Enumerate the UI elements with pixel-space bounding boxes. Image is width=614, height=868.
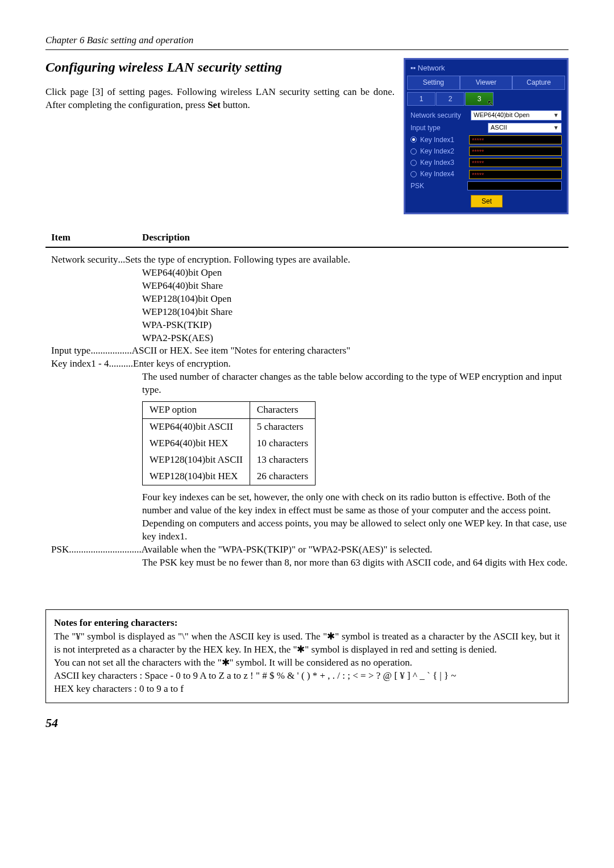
ki-after-block: Four key indexes can be set, however, th… xyxy=(45,491,569,543)
ki-para-text: The used number of character changes as … xyxy=(142,371,569,397)
grid-icon: ▪▪ xyxy=(410,64,418,72)
key-index-1-label: Key Index1 xyxy=(420,135,466,144)
page-number: 54 xyxy=(45,715,569,732)
network-security-select[interactable]: WEP64(40)bit Open ▼ xyxy=(471,110,562,121)
tab-viewer[interactable]: Viewer xyxy=(460,76,513,89)
section-title: Configuring wireless LAN security settin… xyxy=(45,58,395,76)
subtab-3-label: 3 xyxy=(478,95,482,103)
psk-key: PSK xyxy=(51,543,69,556)
wep-r3-c0: WEP128(104)bit HEX xyxy=(143,468,250,485)
set-button[interactable]: Set xyxy=(471,195,503,207)
key-index-4-radio[interactable] xyxy=(410,171,417,177)
row-key-index: Key index1 - 4..........Enter keys of en… xyxy=(45,358,569,371)
notes-p2: You can not set all the characters with … xyxy=(54,657,560,670)
row-psk: PSK..............................Availab… xyxy=(45,543,569,556)
ns-key: Network security xyxy=(51,254,118,267)
ns-types-list: WEP64(40)bit Open WEP64(40)bit Share WEP… xyxy=(45,267,569,345)
intro-paragraph: Click page [3] of setting pages. Followi… xyxy=(45,86,395,112)
item-desc-header: Item Description xyxy=(45,231,569,244)
ns-type-3: WEP128(104)bit Share xyxy=(142,306,569,319)
ki-after-1: Four key indexes can be set, however, th… xyxy=(142,491,569,517)
key-index-3-input[interactable]: ***** xyxy=(469,158,562,167)
psk-label: PSK xyxy=(410,181,464,190)
intro-set-word: Set xyxy=(208,99,221,110)
key-index-3-label: Key Index3 xyxy=(420,158,466,167)
panel-main-tabs: Setting Viewer Capture xyxy=(407,76,565,89)
ns-type-2: WEP128(104)bit Open xyxy=(142,293,569,306)
notes-title: Notes for entering characters: xyxy=(54,617,560,630)
network-security-value: WEP64(40)bit Open xyxy=(474,111,529,119)
wep-r0-c0: WEP64(40)bit ASCII xyxy=(143,419,250,435)
row-input-type: Input type.................ASCII or HEX.… xyxy=(45,344,569,358)
key-index-4-input[interactable]: ***** xyxy=(469,170,562,179)
panel-sub-tabs: 1 2 3 ↖ xyxy=(407,92,565,106)
chapter-header: Chapter 6 Basic setting and operation xyxy=(45,34,569,47)
key-index-4-label: Key Index4 xyxy=(420,169,466,178)
row-network-security: Network security ...Sets the type of enc… xyxy=(45,254,569,267)
key-index-1-radio[interactable] xyxy=(410,136,417,143)
wep-table: WEP option Characters WEP64(40)bit ASCII… xyxy=(142,401,316,485)
table-header-rule xyxy=(45,247,569,248)
ki-paragraph: The used number of character changes as … xyxy=(45,371,569,397)
notes-p1: The "¥" symbol is displayed as "\" when … xyxy=(54,630,560,657)
panel-title-text: Network xyxy=(418,64,445,72)
wep-r2-c1: 13 characters xyxy=(250,452,315,468)
notes-box: Notes for entering characters: The "¥" s… xyxy=(45,609,569,704)
chevron-down-icon: ▼ xyxy=(553,124,559,132)
psk-para-block: The PSK key must be no fewer than 8, nor… xyxy=(45,556,569,570)
key-index-2-label: Key Index2 xyxy=(420,147,466,156)
intro-text-2: button. xyxy=(221,99,250,110)
psk-input[interactable] xyxy=(467,181,562,190)
header-desc: Description xyxy=(142,231,190,244)
it-desc: ASCII or HEX. See item "Notes for enteri… xyxy=(132,344,350,358)
wep-h1: WEP option xyxy=(143,402,250,419)
notes-p3: ASCII key characters : Space - 0 to 9 A … xyxy=(54,670,560,683)
key-index-2-input[interactable]: ***** xyxy=(469,147,562,156)
network-security-label: Network security xyxy=(410,111,467,120)
psk-para-text: The PSK key must be no fewer than 8, nor… xyxy=(142,556,569,570)
ns-type-4: WPA-PSK(TKIP) xyxy=(142,319,569,332)
panel-title: ▪▪ Network xyxy=(407,61,565,75)
cursor-icon: ↖ xyxy=(487,98,494,109)
network-panel: ▪▪ Network Setting Viewer Capture 1 2 3 … xyxy=(404,58,569,214)
psk-desc: Available when the "WPA-PSK(TKIP)" or "W… xyxy=(142,543,433,556)
tab-capture[interactable]: Capture xyxy=(512,76,565,89)
it-key: Input type xyxy=(51,344,90,358)
wep-r0-c1: 5 characters xyxy=(250,419,315,435)
ki-after-2: Depending on computers and access points… xyxy=(142,517,569,543)
ki-desc: Enter keys of encryption. xyxy=(133,358,231,371)
chevron-down-icon: ▼ xyxy=(553,111,559,119)
ns-type-5: WPA2-PSK(AES) xyxy=(142,332,569,345)
ns-type-1: WEP64(40)bit Share xyxy=(142,280,569,293)
input-type-select[interactable]: ASCII ▼ xyxy=(488,123,562,133)
key-index-1-input[interactable]: ***** xyxy=(469,135,562,144)
header-item: Item xyxy=(51,231,142,244)
wep-r2-c0: WEP128(104)bit ASCII xyxy=(143,452,250,468)
ki-dots: .......... xyxy=(109,358,134,371)
wep-r3-c1: 26 characters xyxy=(250,468,315,485)
input-type-value: ASCII xyxy=(491,123,507,132)
subtab-3[interactable]: 3 ↖ xyxy=(465,92,493,106)
input-type-label: Input type xyxy=(410,123,467,132)
wep-r1-c0: WEP64(40)bit HEX xyxy=(143,435,250,452)
ns-desc: Sets the type of encryption. Following t… xyxy=(125,254,350,267)
wep-r1-c1: 10 characters xyxy=(250,435,315,452)
header-rule xyxy=(45,49,569,50)
subtab-2[interactable]: 2 xyxy=(436,92,464,106)
ns-type-0: WEP64(40)bit Open xyxy=(142,267,569,280)
key-index-3-radio[interactable] xyxy=(410,160,417,166)
key-index-2-radio[interactable] xyxy=(410,148,417,155)
subtab-1[interactable]: 1 xyxy=(407,92,435,106)
tab-setting[interactable]: Setting xyxy=(407,76,460,89)
notes-p4: HEX key characters : 0 to 9 a to f xyxy=(54,683,560,696)
psk-dots: .............................. xyxy=(69,543,142,556)
wep-h2: Characters xyxy=(250,402,315,419)
ns-dots: ... xyxy=(118,254,126,267)
ki-key: Key index1 - 4 xyxy=(51,358,109,371)
it-dots: ................. xyxy=(90,344,131,358)
